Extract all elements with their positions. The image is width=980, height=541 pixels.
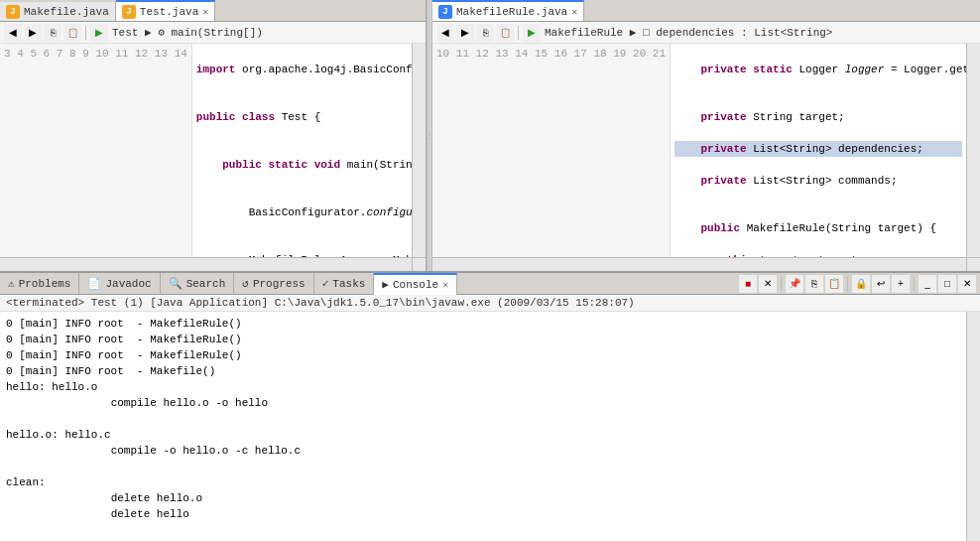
console-copy-btn[interactable]: ⎘ [805, 275, 823, 293]
makefile-tab-icon: J [6, 5, 20, 19]
console-clear-btn[interactable]: ✕ [759, 275, 777, 293]
progress-icon: ↺ [242, 277, 249, 290]
right-tab-bar: J MakefileRule.java ✕ [432, 0, 980, 22]
console-icon: ▶ [382, 278, 389, 291]
test-tab-label: Test.java [140, 6, 198, 18]
right-code-area: 10 11 12 13 14 15 16 17 18 19 20 21 priv… [432, 44, 980, 257]
console-label: Console [393, 279, 438, 291]
test-tab-close[interactable]: ✕ [202, 6, 208, 18]
makefile-tab[interactable]: J Makefile.java [0, 0, 116, 21]
right-bottom-scroll [432, 257, 980, 271]
right-toolbar-sep [518, 26, 519, 40]
left-breadcrumb: Test ▶ ⚙ main(String[]) [110, 26, 265, 39]
makerule-tab-close[interactable]: ✕ [571, 6, 577, 18]
right-breadcrumb: MakefileRule ▶ □ dependencies : List<Str… [543, 26, 834, 39]
right-code-content[interactable]: private static Logger logger = Logger.ge… [671, 44, 966, 257]
console-close-btn[interactable]: ✕ [958, 275, 976, 293]
tasks-icon: ✓ [322, 277, 329, 290]
makerule-tab-icon: J [438, 5, 452, 19]
right-editor: J MakefileRule.java ✕ ◀ ▶ ⎘ 📋 ▶ Makefile… [432, 0, 980, 271]
right-line-numbers: 10 11 12 13 14 15 16 17 18 19 20 21 [432, 44, 671, 257]
left-code-content[interactable]: import org.apache.log4j.BasicConfigurato… [192, 44, 412, 257]
console-body: 0 [main] INFO root - MakefileRule() 0 [m… [0, 312, 980, 541]
console-tab-close[interactable]: ✕ [442, 279, 448, 291]
console-header: <terminated> Test (1) [Java Application]… [0, 295, 980, 312]
panel-tabs: ⚠ Problems 📄 Javadoc 🔍 Search ↺ Progress… [0, 273, 980, 295]
console-paste-btn[interactable]: 📋 [825, 275, 843, 293]
main-window: J Makefile.java J Test.java ✕ ◀ ▶ ⎘ 📋 ▶ … [0, 0, 980, 541]
right-toolbar-copy[interactable]: ⎘ [476, 24, 494, 42]
console-maximize-btn[interactable]: □ [938, 275, 956, 293]
tasks-label: Tasks [332, 278, 365, 290]
right-toolbar-back[interactable]: ◀ [436, 24, 454, 42]
makerule-tab-label: MakefileRule.java [456, 6, 567, 18]
panel-toolbar: ■ ✕ 📌 ⎘ 📋 🔒 ↩ + _ □ ✕ [739, 275, 980, 293]
tab-problems[interactable]: ⚠ Problems [0, 273, 79, 295]
left-line-numbers: 3 4 5 6 7 8 9 10 11 12 13 14 [0, 44, 192, 257]
left-tab-bar: J Makefile.java J Test.java ✕ [0, 0, 426, 22]
makerule-tab[interactable]: J MakefileRule.java ✕ [432, 0, 584, 21]
problems-label: Problems [19, 278, 71, 290]
tab-console[interactable]: ▶ Console ✕ [374, 273, 457, 295]
left-code-area: 3 4 5 6 7 8 9 10 11 12 13 14 import org.… [0, 44, 426, 257]
left-corner [412, 257, 426, 271]
right-h-scroll[interactable] [432, 257, 966, 271]
tab-search[interactable]: 🔍 Search [161, 273, 235, 295]
toolbar-sep1 [85, 26, 86, 40]
javadoc-label: Javadoc [105, 278, 151, 290]
test-tab-icon: J [122, 5, 136, 19]
panel-sep3 [914, 277, 915, 291]
console-scrollbar[interactable] [966, 312, 980, 541]
console-newconsole-btn[interactable]: + [892, 275, 910, 293]
console-minimize-btn[interactable]: _ [919, 275, 936, 293]
console-wrap-btn[interactable]: ↩ [872, 275, 890, 293]
tab-progress[interactable]: ↺ Progress [234, 273, 313, 295]
right-corner [966, 257, 980, 271]
right-toolbar-paste[interactable]: 📋 [496, 24, 514, 42]
tab-tasks[interactable]: ✓ Tasks [314, 273, 375, 295]
problems-icon: ⚠ [8, 277, 15, 290]
bottom-panel: ⚠ Problems 📄 Javadoc 🔍 Search ↺ Progress… [0, 273, 980, 541]
console-stop-btn[interactable]: ■ [739, 275, 757, 293]
left-editor: J Makefile.java J Test.java ✕ ◀ ▶ ⎘ 📋 ▶ … [0, 0, 427, 271]
makefile-tab-label: Makefile.java [24, 6, 109, 18]
toolbar-run-btn[interactable]: ▶ [90, 24, 108, 42]
right-toolbar: ◀ ▶ ⎘ 📋 ▶ MakefileRule ▶ □ dependencies … [432, 22, 980, 44]
javadoc-icon: 📄 [87, 277, 101, 290]
right-toolbar-run[interactable]: ▶ [523, 24, 541, 42]
search-label: Search [186, 278, 226, 290]
toolbar-copy-btn[interactable]: ⎘ [44, 24, 61, 42]
toolbar-back-btn[interactable]: ◀ [4, 24, 22, 42]
left-h-scroll[interactable] [0, 257, 412, 271]
console-scrolllock-btn[interactable]: 🔒 [852, 275, 870, 293]
panel-sep2 [847, 277, 848, 291]
left-bottom-scroll [0, 257, 426, 271]
toolbar-paste-btn[interactable]: 📋 [63, 24, 81, 42]
progress-label: Progress [253, 278, 306, 290]
tab-javadoc[interactable]: 📄 Javadoc [79, 273, 160, 295]
right-toolbar-fwd[interactable]: ▶ [456, 24, 474, 42]
console-area: <terminated> Test (1) [Java Application]… [0, 295, 980, 541]
left-scrollbar-v[interactable] [412, 44, 426, 257]
toolbar-fwd-btn[interactable]: ▶ [24, 24, 42, 42]
right-scrollbar-v[interactable] [966, 44, 980, 257]
search-icon: 🔍 [169, 277, 183, 290]
test-tab[interactable]: J Test.java ✕ [116, 0, 215, 21]
editors-area: J Makefile.java J Test.java ✕ ◀ ▶ ⎘ 📋 ▶ … [0, 0, 980, 273]
console-output[interactable]: 0 [main] INFO root - MakefileRule() 0 [m… [0, 312, 966, 541]
left-toolbar: ◀ ▶ ⎘ 📋 ▶ Test ▶ ⚙ main(String[]) [0, 22, 426, 44]
console-pin-btn[interactable]: 📌 [786, 275, 803, 293]
panel-sep1 [781, 277, 782, 291]
